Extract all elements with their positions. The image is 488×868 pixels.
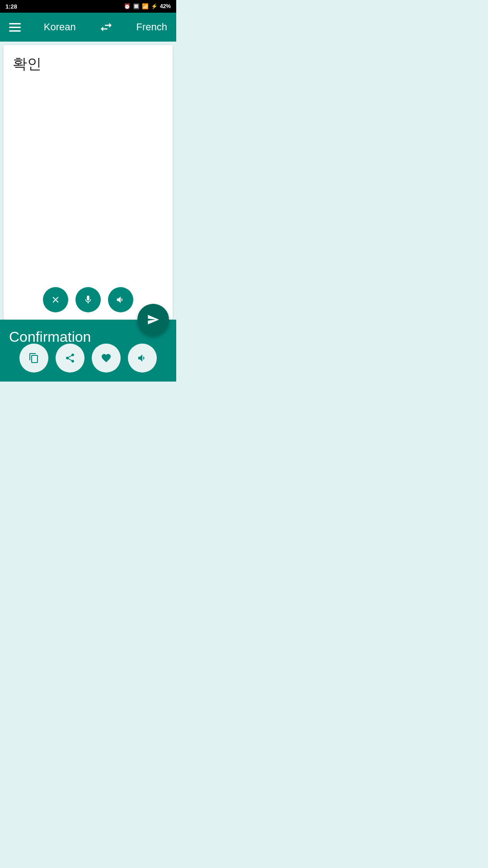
- source-text[interactable]: 확인: [13, 54, 164, 74]
- menu-button[interactable]: [9, 23, 21, 32]
- source-speak-button[interactable]: [108, 287, 133, 312]
- source-panel: 확인: [4, 45, 173, 320]
- clear-button[interactable]: [43, 287, 68, 312]
- share-button[interactable]: [56, 344, 84, 373]
- menu-line-2: [9, 27, 21, 28]
- favorite-button[interactable]: [92, 344, 121, 373]
- microphone-button[interactable]: [75, 287, 101, 312]
- source-language[interactable]: Korean: [44, 21, 76, 33]
- menu-line-3: [9, 30, 21, 32]
- translation-speak-button[interactable]: [128, 344, 157, 373]
- status-bar: 1:28 ⏰ 🔲 📶 ⚡ 42%: [0, 0, 176, 13]
- copy-button[interactable]: [19, 344, 48, 373]
- alarm-icon: ⏰: [124, 3, 131, 9]
- lower-section: Confirmation: [0, 320, 176, 382]
- signal-icon: 📶: [142, 3, 149, 9]
- source-actions: [43, 287, 133, 312]
- status-time: 1:28: [5, 3, 17, 10]
- status-icons: ⏰ 🔲 📶 ⚡ 42%: [124, 3, 171, 9]
- target-language[interactable]: French: [136, 21, 167, 33]
- sim-icon: 🔲: [133, 3, 140, 9]
- battery-level: 42%: [160, 3, 171, 9]
- translate-button[interactable]: [137, 304, 169, 335]
- nav-bar: Korean French: [0, 13, 176, 42]
- swap-languages-button[interactable]: [99, 20, 113, 34]
- charge-icon: ⚡: [151, 3, 158, 9]
- translation-actions: [19, 344, 157, 373]
- main-content: 확인: [0, 42, 176, 382]
- menu-line-1: [9, 23, 21, 24]
